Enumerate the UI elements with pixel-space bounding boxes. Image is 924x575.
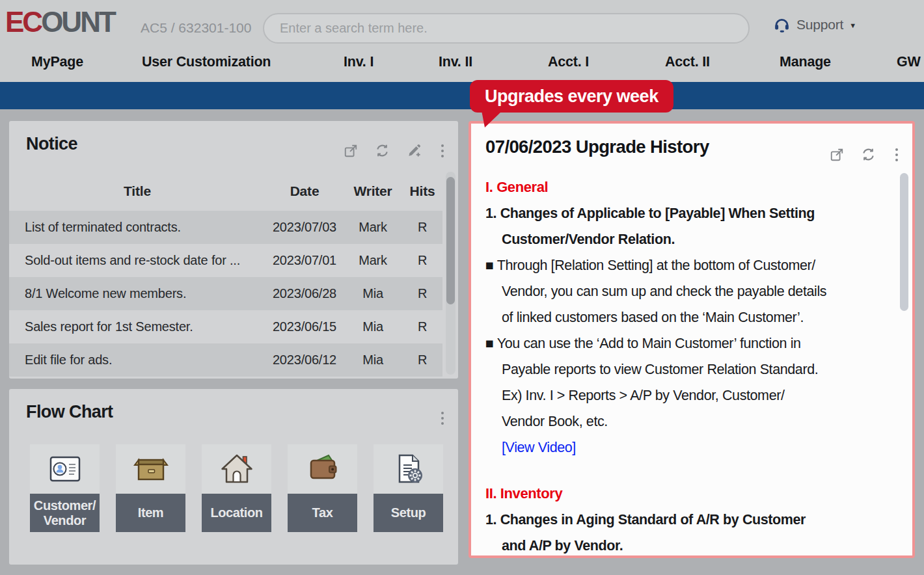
blue-ribbon [0,82,924,109]
more-icon[interactable] [439,411,446,425]
notice-cell-date: 2023/06/28 [265,286,344,301]
open-in-new-icon[interactable] [830,148,844,162]
notice-col-title: Title [9,183,265,199]
nav-item-manage[interactable]: Manage [780,54,831,70]
nav-item-acct-i[interactable]: Acct. I [548,54,589,70]
tile-label: Setup [374,494,443,532]
house-icon [202,444,271,494]
tile-label: Customer/Vendor [30,494,100,532]
upgrade-line: Vendor, you can sum up and check the pay… [485,278,884,304]
notice-widget: Notice TitleDateWriterHits List of termi… [9,121,458,379]
notice-cell-hits: R [402,353,442,368]
notice-cell-hits: R [402,286,442,301]
nav-item-acct-ii[interactable]: Acct. II [665,54,710,70]
upgrade-panel-title: 07/06/2023 Upgrade History [485,137,709,157]
upgrade-line: ■ You can use the ‘Add to Main Customer’… [485,330,884,356]
company-code: AC5 / 632301-100 [141,20,251,36]
flow-tile-item[interactable]: Item [116,444,185,532]
logo-red-part: EC [5,6,41,38]
notice-cell-writer: Mark [344,220,402,235]
notice-header-icons [344,143,446,158]
notice-table-body: List of terminated contracts.2023/07/03M… [9,211,442,377]
notice-cell-title: Sold-out items and re-stock date for ... [9,253,265,268]
notice-cell-writer: Mia [344,319,402,334]
upgrade-line: 1. Changes of Applicable to [Payable] Wh… [485,200,884,226]
notice-row[interactable]: List of terminated contracts.2023/07/03M… [9,211,442,244]
notice-cell-date: 2023/07/01 [265,253,344,268]
wallet-icon [288,444,357,494]
notice-cell-hits: R [402,220,442,235]
nav-item-inv-ii[interactable]: Inv. II [439,54,472,70]
flow-tile-setup[interactable]: Setup [374,444,443,532]
flow-tile-location[interactable]: Location [202,444,271,532]
flow-tile-tax[interactable]: Tax [288,444,357,532]
tile-label: Tax [288,494,357,532]
id-card-icon [30,444,100,494]
notice-cell-writer: Mia [344,286,402,301]
nav-item-user-customization[interactable]: User Customization [142,54,271,70]
section-heading: II. Inventory [485,481,884,507]
notice-cell-title: Sales report for 1st Semester. [9,319,265,334]
refresh-icon[interactable] [375,143,390,158]
upgrade-line: ■ Through [Relation Setting] at the bott… [485,252,884,278]
notice-cell-title: Edit file for ads. [9,353,265,368]
upgrade-line: Ex) Inv. I > Reports > A/P by Vendor, Cu… [485,382,884,408]
upgrade-history-panel: 07/06/2023 Upgrade History I. General1. … [469,121,915,558]
nav-item-inv-i[interactable]: Inv. I [344,54,374,70]
top-header: ECOUNT AC5 / 632301-100 Support ▼ [0,0,924,46]
edit-icon[interactable] [407,143,422,158]
main-nav: MyPageUser CustomizationInv. IInv. IIAcc… [0,46,924,82]
chevron-down-icon: ▼ [849,21,856,29]
upgrades-badge: Upgrades every week [470,80,673,113]
search-input[interactable] [263,13,750,44]
logo-gray-part: OUNT [41,6,115,38]
notice-table-header: TitleDateWriterHits [9,183,442,199]
ecount-logo[interactable]: ECOUNT [5,5,115,39]
upgrade-line: and A/P by Vendor. [485,533,884,559]
notice-cell-title: List of terminated contracts. [9,220,265,235]
tile-label: Location [202,494,271,532]
notice-title: Notice [26,134,77,154]
notice-col-date: Date [265,183,344,199]
support-menu[interactable]: Support ▼ [773,16,856,33]
notice-cell-writer: Mark [344,253,402,268]
notice-cell-date: 2023/06/15 [265,319,344,334]
notice-cell-date: 2023/06/12 [265,353,344,368]
open-in-new-icon[interactable] [344,144,358,158]
notice-col-writer: Writer [344,183,402,199]
upgrade-line: Customer/Vendor Relation. [485,226,884,252]
document-gear-icon [374,444,443,494]
upgrade-panel-icons [830,147,901,162]
nav-item-gw[interactable]: GW [897,54,921,70]
nav-item-mypage[interactable]: MyPage [31,54,83,70]
notice-row[interactable]: Sales report for 1st Semester.2023/06/15… [9,310,442,343]
notice-row[interactable]: Sold-out items and re-stock date for ...… [9,244,442,277]
support-label: Support [796,17,843,33]
view-video-link[interactable]: [View Video] [485,435,884,461]
upgrade-line: Vendor Book, etc. [485,408,884,435]
notice-cell-hits: R [402,253,442,268]
tile-label: Item [116,494,185,532]
notice-scrollbar-thumb[interactable] [446,177,455,304]
notice-cell-title: 8/1 Welcome new members. [9,286,265,301]
headset-icon [773,16,791,33]
flow-tile-customer-vendor[interactable]: Customer/Vendor [30,444,100,532]
panel-scrollbar-thumb[interactable] [900,173,908,311]
notice-row[interactable]: 8/1 Welcome new members.2023/06/28MiaR [9,277,442,310]
ecount-dashboard: ECOUNT AC5 / 632301-100 Support ▼ MyPage… [0,0,924,575]
notice-cell-writer: Mia [344,353,402,368]
flowchart-title: Flow Chart [26,402,113,422]
upgrade-line: of linked customers based on the ‘Main C… [485,304,884,330]
badge-tail [482,111,502,127]
flowchart-header-icons [439,411,446,425]
box-icon [116,444,185,494]
more-icon[interactable] [893,148,901,162]
refresh-icon[interactable] [861,147,876,162]
section-heading: I. General [485,174,884,200]
flowchart-widget: Flow Chart Customer/Vendor [9,389,458,565]
more-icon[interactable] [439,144,446,158]
notice-row[interactable]: Edit file for ads.2023/06/12MiaR [9,343,442,377]
upgrade-content: I. General1. Changes of Applicable to [P… [485,174,884,559]
notice-cell-date: 2023/07/03 [265,220,344,235]
notice-col-hits: Hits [402,183,442,199]
